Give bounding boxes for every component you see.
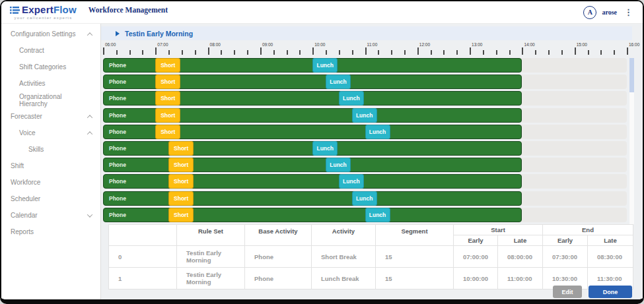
gantt-row-track: PhoneShortLunch	[103, 75, 627, 89]
edit-button[interactable]: Edit	[553, 286, 582, 298]
axis-minor-tick	[168, 50, 170, 55]
app-window: ExpertFlow your callcenter experts Workf…	[0, 0, 644, 304]
sidebar-item-organizational-hierarchy[interactable]: Organizational Hierarchy	[1, 92, 100, 108]
axis-minor-tick	[483, 50, 484, 55]
sidebar-item-label: Configuration Settings	[11, 30, 75, 38]
axis-minor-tick	[496, 50, 497, 55]
short-break-block[interactable]: Short	[155, 125, 180, 139]
shift-bar-phone[interactable]: PhoneShortLunch	[103, 125, 522, 139]
sidebar-item-contract[interactable]: Contract	[1, 42, 100, 59]
sub-header-start-late: Late	[498, 235, 543, 246]
axis-hour-tick	[627, 47, 628, 55]
lunch-break-block[interactable]: Lunch	[352, 191, 377, 206]
table-cell: 08:00:00	[498, 246, 543, 268]
chevron-up-icon	[87, 32, 92, 38]
rule-set-titlebar[interactable]: Testin Early Morning	[101, 26, 632, 40]
brand-name: ExpertFlow	[22, 5, 77, 15]
axis-hour-label: 12:00	[419, 42, 430, 47]
col-header-activity: Activity	[312, 225, 376, 246]
axis-minor-tick	[443, 50, 445, 55]
table-cell: 10:00:00	[454, 268, 498, 289]
kebab-menu-icon[interactable]: ⋮	[622, 8, 635, 16]
table-cell: Testin Early Morning	[177, 246, 245, 268]
sidebar-item-label: Shift Categories	[19, 63, 66, 71]
short-break-block[interactable]: Short	[168, 191, 194, 206]
axis-hour-tick	[470, 47, 471, 55]
sidebar-item-calendar[interactable]: Calendar	[1, 207, 100, 224]
short-break-block[interactable]: Short	[168, 141, 194, 156]
axis-hour-tick	[155, 47, 157, 55]
table-cell: 15	[376, 246, 454, 268]
axis-minor-tick	[142, 50, 143, 55]
short-break-block[interactable]: Short	[155, 75, 180, 89]
sidebar-item-activities[interactable]: Activities	[1, 75, 100, 92]
axis-minor-tick	[182, 50, 183, 55]
shift-bar-phone[interactable]: PhoneShortLunch	[103, 75, 522, 89]
sub-header-end-late: Late	[588, 235, 633, 246]
shift-bar-phone[interactable]: PhoneShortLunch	[103, 58, 522, 73]
short-break-block[interactable]: Short	[168, 158, 194, 172]
short-break-block[interactable]: Short	[168, 208, 194, 222]
gantt-row-track: PhoneShortLunch	[103, 141, 627, 156]
axis-hour-tick	[365, 47, 367, 55]
axis-hour-label: 13:00	[472, 42, 482, 47]
lunch-break-block[interactable]: Lunch	[339, 174, 364, 189]
axis-hour-label: 07:00	[157, 42, 168, 47]
axis-minor-tick	[378, 50, 379, 55]
axis-hour-tick	[208, 47, 209, 55]
lunch-break-block[interactable]: Lunch	[312, 141, 338, 156]
lunch-break-block[interactable]: Lunch	[339, 91, 364, 106]
table-cell: 07:00:00	[454, 246, 498, 268]
table-cell: 15	[376, 268, 454, 289]
sidebar-item-shift[interactable]: Shift	[1, 158, 100, 174]
gantt-row-track: PhoneShortLunch	[103, 191, 627, 206]
lunch-break-block[interactable]: Lunch	[326, 158, 351, 172]
sidebar-item-forecaster[interactable]: Forecaster	[1, 108, 100, 125]
shift-bar-phone[interactable]: PhoneShortLunch	[103, 108, 522, 123]
shift-bar-phone[interactable]: PhoneShortLunch	[103, 158, 522, 172]
shift-bar-label: Phone	[109, 195, 126, 202]
lunch-break-block[interactable]: Lunch	[312, 58, 338, 73]
sidebar-item-label: Contract	[19, 47, 44, 54]
lunch-break-block[interactable]: Lunch	[365, 208, 390, 222]
sidebar-item-voice[interactable]: Voice	[1, 125, 100, 141]
group-header-end: End	[543, 225, 633, 235]
sidebar-item-skills[interactable]: Skills	[1, 141, 100, 158]
sidebar-item-scheduler[interactable]: Scheduler	[1, 191, 100, 207]
shift-bar-phone[interactable]: PhoneShortLunch	[103, 141, 522, 156]
vertical-scrollbar[interactable]	[629, 58, 634, 224]
scrollbar-thumb[interactable]	[629, 58, 634, 92]
user-avatar[interactable]: A	[583, 6, 596, 19]
axis-minor-tick	[561, 50, 563, 55]
axis-hour-label: 06:00	[105, 42, 116, 47]
axis-minor-tick	[299, 50, 301, 55]
axis-minor-tick	[431, 50, 432, 55]
shift-bar-phone[interactable]: PhoneShortLunch	[103, 174, 522, 189]
axis-minor-tick	[339, 50, 340, 55]
done-button[interactable]: Done	[589, 286, 632, 298]
axis-minor-tick	[588, 50, 589, 55]
col-header-base-activity: Base Activity	[245, 225, 312, 246]
short-break-block[interactable]: Short	[155, 58, 180, 73]
short-break-block[interactable]: Short	[168, 174, 194, 189]
shift-bar-phone[interactable]: PhoneShortLunch	[103, 208, 522, 222]
sidebar-item-reports[interactable]: Reports	[1, 224, 100, 240]
expand-triangle-icon	[116, 31, 120, 36]
sidebar-item-label: Calendar	[11, 212, 38, 219]
sidebar-item-workforce[interactable]: Workforce	[1, 174, 100, 191]
sidebar-item-configuration-settings[interactable]: Configuration Settings	[1, 26, 100, 42]
lunch-break-block[interactable]: Lunch	[326, 75, 351, 89]
shift-bar-label: Phone	[109, 178, 126, 185]
table-cell: Testin Early Morning	[177, 268, 245, 289]
shift-bar-phone[interactable]: PhoneShortLunch	[103, 91, 522, 106]
lunch-break-block[interactable]: Lunch	[365, 125, 390, 139]
shift-bar-phone[interactable]: PhoneShortLunch	[103, 191, 522, 206]
axis-hour-label: 11:00	[367, 42, 378, 47]
lunch-break-block[interactable]: Lunch	[352, 108, 377, 123]
sidebar-item-shift-categories[interactable]: Shift Categories	[1, 59, 100, 75]
table-cell: 0	[109, 246, 177, 268]
sidebar-item-label: Workforce	[11, 179, 40, 186]
short-break-block[interactable]: Short	[155, 91, 180, 106]
short-break-block[interactable]: Short	[155, 108, 180, 123]
sidebar-item-label: Forecaster	[11, 113, 42, 120]
